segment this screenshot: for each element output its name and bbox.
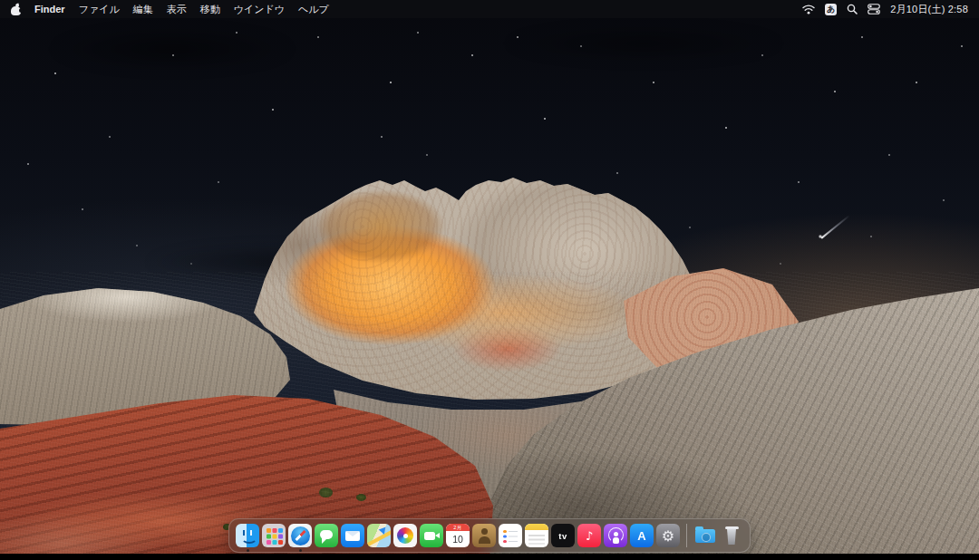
maps-icon	[367, 524, 391, 547]
dock-launchpad[interactable]	[262, 524, 286, 547]
apple-menu-icon[interactable]	[11, 4, 21, 15]
dock-mail[interactable]	[341, 524, 364, 547]
trash-icon	[720, 524, 743, 547]
safari-icon	[288, 524, 312, 547]
wallpaper-rock-dome	[0, 0, 979, 560]
input-method-icon[interactable]: あ	[825, 4, 837, 15]
wallpaper-cloud	[50, 25, 295, 72]
wallpaper-rock-saddle	[0, 0, 979, 560]
music-icon: ♪	[577, 524, 601, 547]
dock-maps[interactable]	[367, 524, 391, 547]
app-menu-finder[interactable]: Finder	[34, 4, 65, 14]
menu-file[interactable]: ファイル	[79, 3, 120, 16]
dock-podcasts[interactable]	[604, 524, 627, 547]
running-indicator	[247, 549, 249, 552]
dock-separator	[686, 524, 687, 547]
dock-app-store[interactable]: A	[630, 524, 654, 547]
app-store-icon: A	[630, 524, 654, 547]
menu-help[interactable]: ヘルプ	[298, 3, 329, 16]
dock-contacts[interactable]	[472, 524, 496, 547]
dock-messages[interactable]	[315, 524, 338, 547]
wallpaper-sky	[0, 0, 979, 560]
apple-tv-icon: tv	[551, 524, 575, 547]
calendar-month: 2月	[446, 524, 470, 531]
search-icon[interactable]	[847, 4, 858, 14]
dock-trash[interactable]	[720, 524, 743, 547]
calendar-day: 10	[446, 531, 470, 547]
dock-system-settings[interactable]: ⚙	[656, 524, 680, 547]
menu-bar-clock[interactable]: 2月10日(土) 2:58	[890, 3, 968, 16]
dock-music[interactable]: ♪	[577, 524, 601, 547]
podcasts-icon	[604, 524, 627, 547]
dock-facetime[interactable]	[420, 524, 443, 547]
dock: 2月 10 tv ♪ A ⚙	[228, 518, 751, 553]
reminders-icon	[499, 524, 522, 547]
facetime-icon	[420, 524, 443, 547]
messages-icon	[315, 524, 338, 547]
dock-photos[interactable]	[393, 524, 417, 547]
comet-icon	[819, 235, 822, 238]
menu-edit[interactable]: 編集	[133, 3, 153, 16]
letterbox-bottom	[0, 554, 979, 560]
photos-icon	[393, 524, 417, 547]
finder-icon	[236, 524, 259, 547]
dock-downloads-folder[interactable]	[693, 524, 717, 547]
menu-go[interactable]: 移動	[200, 3, 220, 16]
menu-view[interactable]: 表示	[167, 3, 187, 16]
running-indicator	[299, 549, 302, 552]
comet-tail	[820, 215, 849, 239]
wifi-icon[interactable]	[802, 5, 815, 14]
wallpaper-shrub	[319, 488, 333, 497]
wallpaper-rock-red	[0, 0, 979, 560]
wallpaper-cloud	[145, 243, 426, 281]
menu-window[interactable]: ウインドウ	[234, 3, 285, 16]
wallpaper-rock-right	[0, 0, 979, 560]
wallpaper-rock-skirt	[0, 0, 979, 560]
calendar-icon: 2月 10	[446, 524, 470, 547]
macos-desktop: Finder ファイル 編集 表示 移動 ウインドウ ヘルプ あ	[0, 0, 979, 560]
wallpaper-rock-texture	[0, 0, 979, 560]
dock-calendar[interactable]: 2月 10	[446, 524, 470, 547]
folder-icon	[693, 524, 717, 547]
notes-icon	[525, 524, 548, 547]
dock-finder[interactable]	[236, 524, 259, 547]
control-center-icon[interactable]	[868, 4, 880, 14]
wallpaper-shrub	[356, 494, 366, 501]
wallpaper-grain	[0, 272, 979, 560]
wallpaper-rock-left	[0, 0, 979, 560]
launchpad-icon	[262, 524, 286, 547]
menu-bar: Finder ファイル 編集 表示 移動 ウインドウ ヘルプ あ	[0, 0, 979, 18]
system-settings-gear-icon: ⚙	[656, 524, 680, 547]
dock-safari[interactable]	[288, 524, 312, 547]
dock-reminders[interactable]	[499, 524, 522, 547]
dock-apple-tv[interactable]: tv	[551, 524, 575, 547]
dock-notes[interactable]	[525, 524, 548, 547]
wallpaper-cloud	[503, 24, 784, 63]
contacts-icon	[472, 524, 496, 547]
mail-icon	[341, 524, 364, 547]
